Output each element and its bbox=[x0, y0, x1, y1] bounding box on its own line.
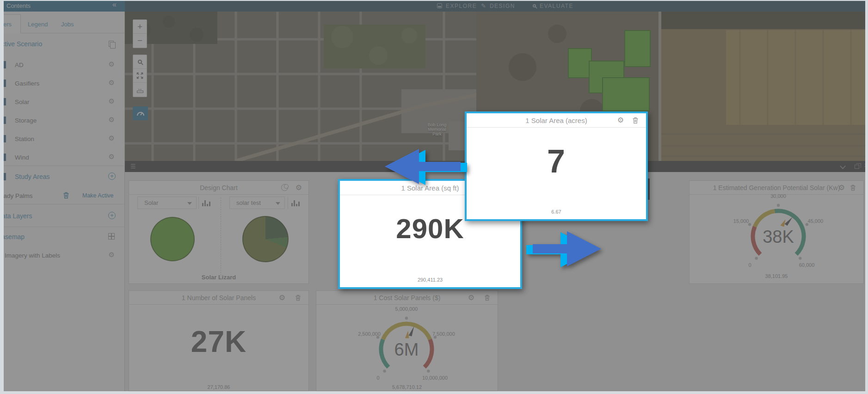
metric-detail: 6.67 bbox=[467, 209, 646, 215]
metric-detail: 290,411.23 bbox=[340, 277, 520, 283]
card-header: 1 Solar Area (acres) ⚙ bbox=[467, 113, 646, 128]
window-border-left bbox=[0, 0, 4, 394]
window-border-right bbox=[865, 0, 868, 394]
metric-value: 7 bbox=[467, 143, 646, 180]
card-title: 1 Solar Area (acres) bbox=[525, 117, 587, 124]
tutorial-arrow-right bbox=[525, 230, 602, 268]
geoplanner-app: EXPLORE ✎ DESIGN EVALUATE Contents « Lay… bbox=[0, 0, 868, 394]
window-border-top bbox=[0, 0, 868, 1]
trash-icon[interactable] bbox=[632, 117, 639, 125]
tutorial-arrow-left bbox=[382, 148, 468, 186]
gear-icon[interactable]: ⚙ bbox=[617, 117, 624, 124]
window-border-bottom bbox=[0, 391, 868, 394]
solar-area-acres-card[interactable]: 1 Solar Area (acres) ⚙ 7 6.67 bbox=[465, 111, 648, 221]
